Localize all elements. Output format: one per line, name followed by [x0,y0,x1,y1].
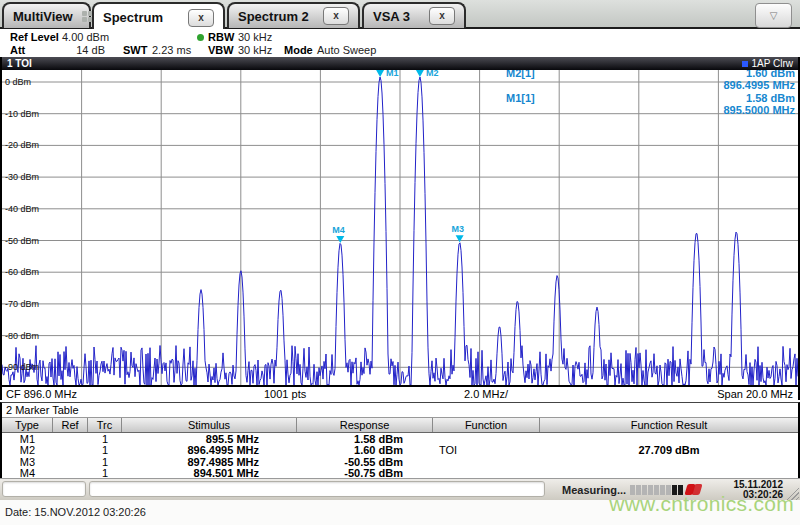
spectrum-plot-svg[interactable]: M1M2M3M4 [2,70,798,385]
y-axis-tick-label: -10 dBm [5,109,39,119]
cell-response: 1.60 dBm [297,444,433,456]
tab-vsa3-close-icon[interactable]: x [429,7,455,25]
chevron-down-icon: ▽ [770,10,778,21]
cell-stimulus: 897.4985 MHz [122,456,297,468]
center-frequency[interactable]: CF 896.0 MHz [6,388,77,400]
cell-type: M3 [2,456,53,468]
column-header-response: Response [297,418,433,432]
tab-spectrum2[interactable]: Spectrum 2 x [227,2,360,28]
trace-label: 1AP Clrw [752,58,794,69]
tab-multiview[interactable]: MultiView [2,2,91,28]
mode-label: Mode [284,44,313,56]
tab-spectrum2-close-icon[interactable]: x [323,7,349,25]
tab-multiview-label: MultiView [13,9,73,24]
marker-M2-icon[interactable] [416,70,424,77]
y-axis-tick-label: 0 dBm [5,77,31,87]
marker-table-title: 2 Marker Table [2,403,798,418]
tab-spectrum-label: Spectrum [103,10,179,25]
cell-function_result: 27.709 dBm [540,444,798,456]
marker-readout-label: M2[1] [506,70,535,79]
marker-readout-frequency: 896.4995 MHz [723,79,795,91]
marker-M3-icon[interactable] [456,235,464,242]
sweep-points: 1001 pts [264,388,306,400]
spectrum-window: 1 TOI 1AP Clrw M1M2M3M4 M2[1]1.60 dBm896… [0,57,800,400]
cell-stimulus: 895.5 MHz [122,433,297,445]
vbw-label: VBW [208,44,234,56]
window-title: 1 TOI [7,58,32,69]
marker-readout: M2[1]1.60 dBm896.4995 MHzM1[1]1.58 dBm89… [506,70,795,117]
column-header-ref: Ref [53,418,88,432]
y-axis-tick-label: -70 dBm [5,299,39,309]
ref-level-value[interactable]: 4.00 dBm [62,31,109,43]
marker-readout-row: M1[1]1.58 dBm [506,92,795,104]
axis-bar: CF 896.0 MHz 1001 pts 2.0 MHz/ Span 20.0… [2,385,798,402]
settings-bar: Ref Level 4.00 dBm RBW 30 kHz Att 14 dB … [0,29,800,57]
marker-readout-frequency: 895.5000 MHz [723,104,795,116]
spectrum-plot[interactable]: M1M2M3M4 M2[1]1.60 dBm896.4995 MHzM1[1]1… [2,70,798,385]
marker-readout-level: 1.58 dBm [746,92,795,104]
marker-readout-row: 896.4995 MHz [506,79,795,91]
att-label: Att [10,44,25,56]
marker-table-header: TypeRefTrcStimulusResponseFunctionFuncti… [2,418,798,433]
marker-table-row: M11895.5 MHz1.58 dBm [2,433,798,445]
cell-trc: 1 [88,456,122,468]
y-axis-tick-label: -60 dBm [5,267,39,277]
marker-readout-row: M2[1]1.60 dBm [506,70,795,79]
marker-table-row: M31897.4985 MHz-50.55 dBm [2,456,798,468]
marker-M1-label: M1 [386,70,399,78]
mode-value[interactable]: Auto Sweep [317,44,376,56]
tab-overflow-dropdown-button[interactable]: ▽ [755,3,792,28]
marker-M2-label: M2 [426,70,439,78]
column-header-stimulus: Stimulus [122,418,297,432]
y-axis-tick-label: -50 dBm [5,236,39,246]
vbw-value[interactable]: 30 kHz [238,44,272,56]
marker-M1-icon[interactable] [376,70,384,77]
cell-response: 1.58 dBm [297,433,433,445]
marker-table-window: 2 Marker Table TypeRefTrcStimulusRespons… [0,402,800,481]
footer-strip: Date: 15.NOV.2012 03:20:26 www.cntronics… [0,500,800,525]
span-value[interactable]: Span 20.0 MHz [717,388,793,400]
marker-M4-label: M4 [332,225,345,235]
rbw-label: RBW [208,31,234,43]
marker-table-row: M21896.4995 MHz1.60 dBmTOI27.709 dBm [2,445,798,457]
spectrum-analyzer-app: MultiView Spectrum x Spectrum 2 x VSA 3 … [0,0,800,525]
marker-readout-label: M1[1] [506,92,535,104]
marker-M3-label: M3 [452,224,465,234]
y-axis-tick-label: -80 dBm [5,331,39,341]
tab-vsa3-label: VSA 3 [373,9,420,24]
status-entry-field-large[interactable] [89,481,545,497]
y-axis-tick-label: -30 dBm [5,172,39,182]
column-header-function: Function [433,418,540,432]
y-axis-tick-label: -90 dBm [5,362,39,372]
rbw-status-dot-icon [197,34,204,41]
marker-readout-row: 895.5000 MHz [506,104,795,116]
column-header-type: Type [2,418,53,432]
marker-M4-icon[interactable] [336,236,344,243]
cell-function: TOI [433,444,540,456]
column-header-trc: Trc [88,418,122,432]
tab-spectrum[interactable]: Spectrum x [92,2,225,31]
tab-spectrum-close-icon[interactable]: x [188,9,214,27]
rbw-value[interactable]: 30 kHz [238,31,272,43]
watermark-text: www.cntronics.com [609,492,794,516]
y-axis-tick-label: -20 dBm [5,140,39,150]
marker-readout-level: 1.60 dBm [746,70,795,79]
column-header-function-result: Function Result [540,418,798,432]
tab-bar: MultiView Spectrum x Spectrum 2 x VSA 3 … [0,0,800,29]
tab-spectrum2-label: Spectrum 2 [238,9,314,24]
screenshot-date-line: Date: 15.NOV.2012 03:20:26 [5,506,146,518]
trace-tag[interactable]: 1AP Clrw [742,58,794,69]
marker-table-body: M11895.5 MHz1.58 dBmM21896.4995 MHz1.60 … [2,433,798,479]
cell-trc: 1 [88,433,122,445]
swt-value[interactable]: 2.23 ms [152,44,191,56]
ref-level-label: Ref Level [10,31,59,43]
cell-response: -50.55 dBm [297,456,433,468]
spectrum-window-titlebar[interactable]: 1 TOI 1AP Clrw [2,57,798,70]
y-axis-tick-label: -40 dBm [5,204,39,214]
cell-type: M1 [2,433,53,445]
att-value[interactable]: 14 dB [53,44,105,56]
status-entry-field-small[interactable] [2,481,86,497]
cell-trc: 1 [88,444,122,456]
scale-per-division: 2.0 MHz/ [464,388,508,400]
tab-vsa3[interactable]: VSA 3 x [362,2,466,28]
